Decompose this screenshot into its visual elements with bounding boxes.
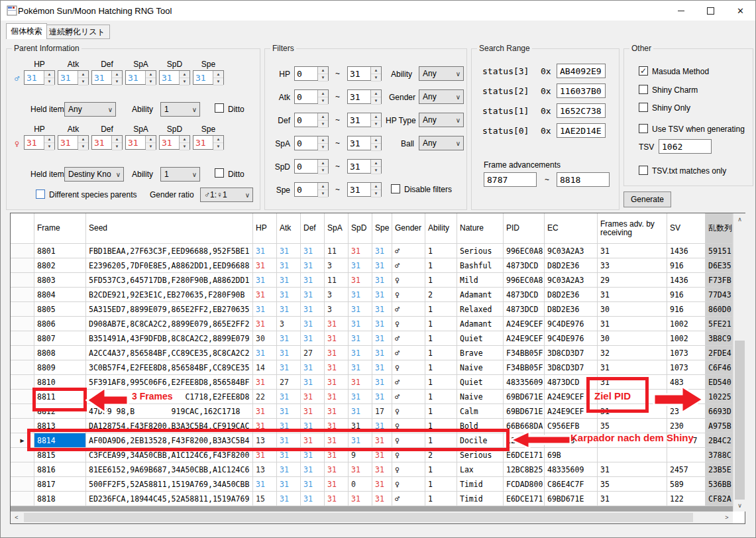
- frames-adv-cell[interactable]: 31: [598, 375, 667, 390]
- female-ditto-checkbox[interactable]: [215, 168, 224, 178]
- stat-cell[interactable]: 31: [325, 375, 349, 390]
- spin-down-icon[interactable]: ▼: [371, 97, 381, 105]
- seed-cell[interactable]: B2CDE921,92E3E1C,EB270635,F280F90B: [86, 288, 253, 302]
- ec-cell[interactable]: 83: [545, 433, 598, 448]
- seed-cell[interactable]: E2396205,7DF0E8E5,A8862DD1,EED96688: [86, 258, 253, 273]
- nature-cell[interactable]: Adamant: [457, 288, 504, 302]
- rand-cell[interactable]: F73FB: [706, 273, 733, 288]
- spin-down-icon[interactable]: ▼: [371, 190, 381, 197]
- stat-cell[interactable]: 31: [277, 448, 301, 462]
- filter-spe-min-stepper-buttons[interactable]: ▲▼: [317, 183, 328, 196]
- filter-spe-max-stepper-buttons[interactable]: ▲▼: [370, 183, 381, 196]
- male-iv-hp-stepper-buttons[interactable]: ▲▼: [44, 71, 54, 84]
- spin-up-icon[interactable]: ▲: [146, 136, 156, 143]
- spin-up-icon[interactable]: ▲: [371, 136, 381, 144]
- spin-down-icon[interactable]: ▼: [318, 144, 328, 151]
- frames-adv-cell[interactable]: 35: [598, 419, 667, 433]
- stat-cell[interactable]: 31: [325, 317, 349, 331]
- spin-up-icon[interactable]: ▲: [112, 71, 122, 78]
- rand-cell[interactable]: 10225: [706, 390, 733, 404]
- stat-cell[interactable]: 31: [301, 448, 325, 462]
- maximize-button[interactable]: [696, 1, 726, 21]
- ec-cell[interactable]: 9C4DE976: [545, 317, 598, 331]
- stat-cell[interactable]: 17: [372, 404, 392, 419]
- seed-cell[interactable]: C1718,E2FEE8D8: [86, 390, 253, 404]
- rand-cell[interactable]: 536BB: [706, 477, 733, 492]
- stat-cell[interactable]: 11: [325, 273, 349, 288]
- minimize-button[interactable]: [666, 1, 696, 21]
- rand-cell[interactable]: CF82A: [706, 492, 733, 506]
- sv-cell[interactable]: 916: [667, 288, 706, 302]
- pid-cell[interactable]: F34BB05F: [504, 360, 545, 375]
- stat-cell[interactable]: 31: [301, 302, 325, 317]
- sv-cell[interactable]: 1436: [667, 244, 706, 258]
- status-input-3[interactable]: AB4092E9: [557, 64, 606, 78]
- pid-cell[interactable]: F34BB05F: [504, 346, 545, 360]
- stat-cell[interactable]: 31: [253, 448, 277, 462]
- ability-cell[interactable]: 1: [425, 492, 457, 506]
- frames-adv-cell[interactable]: 31: [598, 244, 667, 258]
- ec-cell[interactable]: 69B: [545, 448, 598, 462]
- nature-cell[interactable]: Naive: [457, 360, 504, 375]
- stat-cell[interactable]: 31: [253, 346, 277, 360]
- ec-cell[interactable]: A24E9CEF: [545, 404, 598, 419]
- stat-cell[interactable]: 31: [372, 273, 392, 288]
- frames-adv-cell[interactable]: 31: [598, 360, 667, 375]
- seed-cell[interactable]: D908AB7E,8C8CA2C2,8899E079,865E2FF2: [86, 317, 253, 331]
- male-iv-def-stepper[interactable]: 31▲▼: [91, 70, 123, 85]
- stat-cell[interactable]: 0: [349, 477, 372, 492]
- filter-spa-max-stepper-buttons[interactable]: ▲▼: [370, 136, 381, 150]
- ability-cell[interactable]: 1: [425, 375, 457, 390]
- spin-up-icon[interactable]: ▲: [112, 136, 122, 143]
- row-selector-cell[interactable]: [11, 244, 34, 258]
- stat-cell[interactable]: 31: [325, 448, 349, 462]
- stat-cell[interactable]: 31: [349, 419, 372, 433]
- frame-to-input[interactable]: 8818: [557, 172, 610, 187]
- stat-cell[interactable]: 31: [277, 346, 301, 360]
- stat-cell[interactable]: 31: [325, 419, 349, 433]
- filter-atk-max-stepper[interactable]: 31▲▼: [347, 89, 382, 104]
- spin-up-icon[interactable]: ▲: [44, 71, 54, 78]
- female-iv-spe-stepper[interactable]: 31▲▼: [193, 135, 224, 150]
- gender-cell[interactable]: ♀: [392, 273, 425, 288]
- row-selector-cell[interactable]: [11, 404, 34, 419]
- column-header-Atk[interactable]: Atk: [277, 213, 301, 244]
- vertical-scrollbar[interactable]: ∧ ∨: [733, 213, 746, 511]
- stat-cell[interactable]: 31: [349, 258, 372, 273]
- stat-cell[interactable]: 31: [301, 433, 325, 448]
- frame-cell[interactable]: 8802: [34, 258, 86, 273]
- stat-cell[interactable]: 31: [325, 404, 349, 419]
- stat-cell[interactable]: 31: [349, 288, 372, 302]
- gender-cell[interactable]: ♂: [392, 346, 425, 360]
- spin-down-icon[interactable]: ▼: [318, 190, 328, 197]
- filter-def-max-stepper-buttons[interactable]: ▲▼: [370, 113, 381, 127]
- stat-cell[interactable]: 31: [349, 375, 372, 390]
- tsv-txt-checkbox[interactable]: [639, 166, 648, 175]
- ec-cell[interactable]: 48335609: [545, 462, 598, 477]
- gender-cell[interactable]: ♂: [392, 244, 425, 258]
- male-iv-hp-stepper[interactable]: 31▲▼: [24, 70, 55, 85]
- gender-cell[interactable]: ♂: [392, 302, 425, 317]
- scroll-right-icon[interactable]: >: [721, 511, 733, 523]
- filter-spd-min-stepper-buttons[interactable]: ▲▼: [317, 160, 328, 173]
- row-selector-cell[interactable]: [11, 317, 34, 331]
- disable-filters-checkbox[interactable]: [391, 184, 400, 193]
- stat-cell[interactable]: 31: [277, 273, 301, 288]
- pid-cell[interactable]: 12: [504, 433, 545, 448]
- spin-up-icon[interactable]: ▲: [318, 67, 328, 74]
- stat-cell[interactable]: 27: [277, 375, 301, 390]
- column-header-HP[interactable]: HP: [253, 213, 277, 244]
- female-iv-def-stepper-buttons[interactable]: ▲▼: [111, 136, 122, 149]
- spin-down-icon[interactable]: ▼: [371, 121, 381, 128]
- ability-cell[interactable]: 1: [425, 331, 457, 346]
- stat-cell[interactable]: 31: [372, 317, 392, 331]
- stat-cell[interactable]: 31: [349, 273, 372, 288]
- stat-cell[interactable]: 31: [349, 244, 372, 258]
- use-tsv-checkbox[interactable]: [639, 124, 648, 133]
- rand-cell[interactable]: 3B8C9: [706, 331, 733, 346]
- stat-cell[interactable]: 27: [301, 346, 325, 360]
- stat-cell[interactable]: 31: [372, 360, 392, 375]
- ec-cell[interactable]: 3D8CD3D7: [545, 360, 598, 375]
- sv-cell[interactable]: 916: [667, 258, 706, 273]
- row-selector-cell[interactable]: [11, 331, 34, 346]
